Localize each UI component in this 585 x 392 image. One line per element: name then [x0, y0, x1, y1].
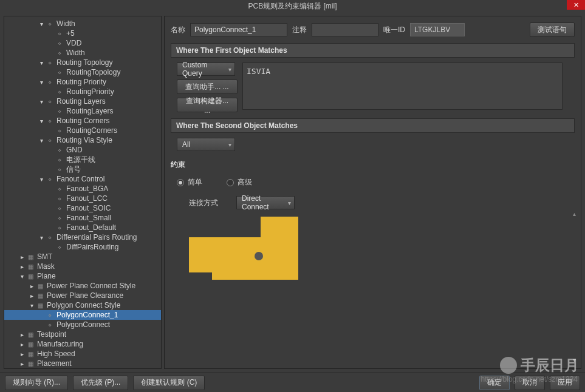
tree-arrow-icon[interactable] [29, 283, 35, 289]
tree-item-label: PolygonConnect [56, 320, 110, 329]
category-icon: ▦ [26, 360, 35, 367]
category-icon: ▦ [26, 263, 35, 270]
tree-item-label: Manufacturing [37, 340, 83, 348]
rule-wizard-button[interactable]: 规则向导 (R)... [5, 376, 68, 390]
radio-advanced[interactable]: 高级 [227, 177, 252, 188]
name-input[interactable] [190, 23, 287, 36]
tree-item[interactable]: ⋄Fanout_BGA [4, 184, 161, 194]
tree-spacer [48, 50, 54, 56]
rule-icon: ⋄ [46, 175, 54, 183]
tree-item-label: Polygon Connect Style [47, 301, 120, 309]
radio-simple[interactable]: 简单 [177, 177, 202, 188]
comment-input[interactable] [312, 23, 378, 36]
tree-item[interactable]: ⋄VDD [4, 38, 161, 48]
tree-arrow-icon[interactable] [38, 98, 44, 104]
apply-button[interactable]: 应用 [550, 376, 580, 390]
category-icon: ▦ [36, 292, 44, 299]
tree-arrow-icon[interactable] [38, 176, 44, 182]
tree-item[interactable]: ⋄Fanout_Default [4, 223, 161, 232]
radio-dot-icon [177, 179, 184, 186]
tree-spacer [48, 157, 54, 163]
tree-item[interactable]: ▦Placement [4, 359, 161, 368]
tree-item[interactable]: ⋄Routing Layers [4, 96, 161, 106]
tree-arrow-icon[interactable] [19, 263, 25, 269]
tree-arrow-icon[interactable] [38, 234, 44, 240]
tree-item-label: Routing Layers [56, 97, 106, 106]
rule-icon: ⋄ [55, 214, 64, 221]
category-icon: ▦ [26, 272, 35, 280]
query-builder-button[interactable]: 查询构建器... ... [177, 98, 238, 112]
tree-arrow-icon[interactable] [38, 118, 44, 124]
tree-item[interactable]: ⋄Width [4, 48, 161, 58]
tree-item[interactable]: ⋄Routing Priority [4, 77, 161, 87]
tree-item[interactable]: ⋄Routing Via Style [4, 135, 161, 145]
query-helper-button[interactable]: 查询助手... ... [177, 79, 238, 94]
rule-icon: ⋄ [55, 69, 64, 76]
tree-item-label: RoutingPriority [66, 87, 114, 96]
tree-item[interactable]: ⋄+5 [4, 29, 161, 38]
scrollbar[interactable]: ▴ ▾ [572, 211, 576, 360]
tree-arrow-icon[interactable] [38, 21, 44, 27]
tree-item[interactable]: ⋄Differential Pairs Routing [4, 232, 161, 242]
tree-item[interactable]: ⋄Routing Corners [4, 116, 161, 126]
name-label: 名称 [171, 25, 185, 35]
tree-item-label: Differential Pairs Routing [56, 233, 137, 242]
uid-label: 唯一ID [383, 25, 405, 35]
tree-item[interactable]: ⋄PolygonConnect_1 [4, 310, 161, 320]
tree-arrow-icon[interactable] [38, 59, 44, 66]
connect-style-dropdown[interactable]: Direct Connect [236, 196, 295, 209]
second-scope-dropdown[interactable]: All [177, 138, 235, 151]
tree-item[interactable]: ▦Plane [4, 271, 161, 281]
tree-arrow-icon[interactable] [19, 331, 25, 337]
tree-item[interactable]: ▦Polygon Connect Style [4, 300, 161, 310]
rule-icon: ⋄ [55, 107, 64, 115]
tree-item[interactable]: ⋄Fanout_SOIC [4, 203, 161, 213]
tree-item[interactable]: ▦Mask [4, 262, 161, 271]
tree-arrow-icon[interactable] [19, 360, 25, 367]
tree-item[interactable]: ⋄DiffPairsRouting [4, 242, 161, 252]
tree-item-label: Fanout_LCC [66, 194, 108, 203]
tree-arrow-icon[interactable] [38, 79, 44, 85]
rules-tree[interactable]: ⋄Width⋄+5⋄VDD⋄Width⋄Routing Topology⋄Rou… [4, 16, 162, 369]
tree-item-label: Fanout Control [56, 175, 104, 183]
tree-arrow-icon[interactable] [19, 273, 25, 279]
titlebar: PCB规则及约束编辑器 [mil] ✕ [0, 0, 585, 12]
tree-arrow-icon[interactable] [29, 292, 35, 299]
tree-item[interactable]: ▦High Speed [4, 349, 161, 359]
tree-item[interactable]: ⋄电源干线 [4, 155, 161, 164]
cancel-button[interactable]: 取消 [515, 376, 545, 390]
tree-arrow-icon[interactable] [19, 254, 25, 260]
close-button[interactable]: ✕ [567, 0, 585, 10]
create-defaults-button[interactable]: 创建默认规则 (C) [133, 376, 205, 390]
tree-item[interactable]: ▦Testpoint [4, 329, 161, 339]
tree-item[interactable]: ⋄RoutingPriority [4, 87, 161, 96]
tree-item[interactable]: ⋄GND [4, 145, 161, 155]
tree-arrow-icon[interactable] [38, 137, 44, 143]
tree-item[interactable]: ⋄信号 [4, 164, 161, 174]
tree-item[interactable]: ⋄RoutingCorners [4, 126, 161, 135]
tree-item[interactable]: ⋄Fanout_LCC [4, 194, 161, 203]
tree-item[interactable]: ▦Power Plane Connect Style [4, 281, 161, 291]
tree-item[interactable]: ⋄Width [4, 19, 161, 29]
tree-item[interactable]: ▦Manufacturing [4, 339, 161, 349]
ok-button[interactable]: 确定 [479, 376, 510, 390]
priority-button[interactable]: 优先级 (P)... [73, 376, 128, 390]
tree-arrow-icon[interactable] [29, 302, 35, 308]
tree-item[interactable]: ⋄PolygonConnect [4, 320, 161, 329]
tree-arrow-icon[interactable] [19, 341, 25, 347]
tree-item[interactable]: ▦SMT [4, 252, 161, 262]
first-scope-dropdown[interactable]: Custom Query [177, 63, 235, 76]
query-textarea[interactable]: ISVIA [242, 63, 563, 110]
tree-item[interactable]: ▦Power Plane Clearance [4, 291, 161, 300]
tree-spacer [48, 69, 54, 75]
second-match-header: Where The Second Object Matches [171, 118, 575, 133]
tree-item[interactable]: ⋄Routing Topology [4, 58, 161, 67]
rule-icon: ⋄ [55, 243, 64, 251]
tree-item[interactable]: ⋄Fanout_Small [4, 213, 161, 223]
tree-item[interactable]: ⋄RoutingTopology [4, 67, 161, 77]
tree-item[interactable]: ⋄Fanout Control [4, 174, 161, 184]
tree-item[interactable]: ⋄RoutingLayers [4, 106, 161, 116]
test-query-button[interactable]: 测试语句 [530, 22, 575, 37]
connect-style-label: 连接方式 [189, 198, 218, 208]
tree-arrow-icon[interactable] [19, 351, 25, 357]
